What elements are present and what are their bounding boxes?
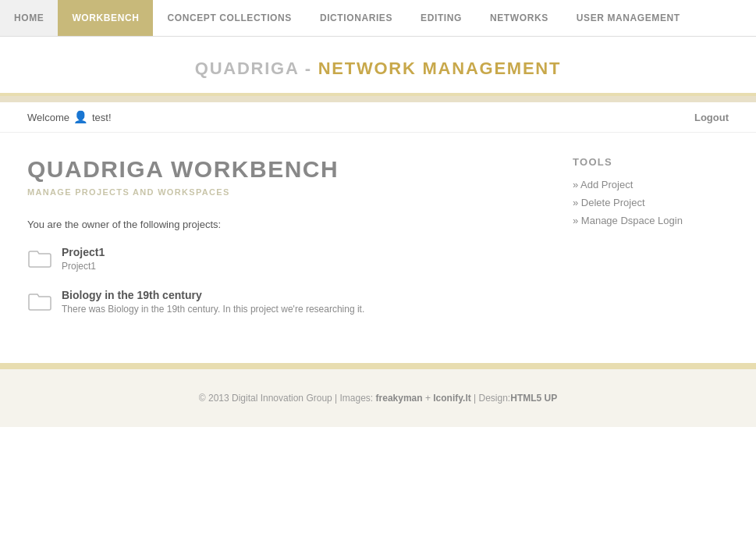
content-area: QUADRIGA WORKBENCH MANAGE PROJECTS AND W… — [0, 133, 756, 363]
brand-text: QUADRIGA — [195, 59, 299, 78]
welcome-prefix: Welcome — [27, 112, 69, 123]
welcome-bar: Welcome 👤 test! Logout — [0, 102, 756, 133]
user-icon: 👤 — [73, 110, 88, 124]
page-header: QUADRIGA - NETWORK MANAGEMENT — [0, 37, 756, 96]
footer-copyright: © 2013 Digital Innovation Group | Images… — [199, 393, 373, 404]
project-name: Biology in the 19th century — [62, 289, 364, 301]
nav-item-workbench[interactable]: WORKBENCH — [58, 0, 153, 36]
page-title: QUADRIGA WORKBENCH — [27, 156, 541, 183]
footer-accent-band — [0, 363, 756, 369]
owner-text: You are the owner of the following proje… — [27, 219, 541, 230]
project-info: Project1 Project1 — [62, 246, 105, 272]
delete-project-link[interactable]: » Delete Project — [573, 197, 729, 208]
tools-title: TOOLS — [573, 156, 729, 168]
header-accent-band — [0, 96, 756, 102]
nav-item-editing[interactable]: EDITING — [406, 0, 476, 36]
footer-html5up-link[interactable]: HTML5 UP — [510, 393, 557, 404]
page-subtitle: MANAGE PROJECTS AND WORKSPACES — [27, 187, 541, 197]
welcome-left: Welcome 👤 test! — [27, 110, 112, 124]
header-subtitle: NETWORK MANAGEMENT — [318, 59, 562, 78]
project-name: Project1 — [62, 246, 105, 258]
project-description: There was Biology in the 19th century. I… — [62, 304, 364, 315]
welcome-username: test! — [92, 112, 112, 123]
folder-icon — [27, 247, 52, 269]
site-title: QUADRIGA - NETWORK MANAGEMENT — [0, 59, 756, 79]
project-info: Biology in the 19th century There was Bi… — [62, 289, 364, 315]
page-footer: © 2013 Digital Innovation Group | Images… — [0, 369, 756, 427]
footer-iconify-link[interactable]: Iconify.lt — [433, 393, 470, 404]
logout-button[interactable]: Logout — [694, 112, 729, 123]
nav-item-dictionaries[interactable]: DICTIONARIES — [306, 0, 406, 36]
main-nav: HOME WORKBENCH CONCEPT COLLECTIONS DICTI… — [0, 0, 756, 37]
nav-item-concept-collections[interactable]: CONCEPT COLLECTIONS — [153, 0, 305, 36]
nav-item-home[interactable]: HOME — [0, 0, 58, 36]
add-project-link[interactable]: » Add Project — [573, 179, 729, 190]
nav-item-user-management[interactable]: USER MANAGEMENT — [563, 0, 694, 36]
footer-freakyman-link[interactable]: freakyman — [376, 393, 423, 404]
project-description: Project1 — [62, 261, 105, 272]
nav-item-networks[interactable]: NETWORKS — [476, 0, 563, 36]
manage-dspace-link[interactable]: » Manage Dspace Login — [573, 215, 729, 226]
main-content: QUADRIGA WORKBENCH MANAGE PROJECTS AND W… — [27, 156, 541, 332]
tools-sidebar: TOOLS » Add Project » Delete Project » M… — [573, 156, 729, 332]
folder-icon — [27, 290, 52, 312]
project-item: Biology in the 19th century There was Bi… — [27, 289, 541, 315]
project-item: Project1 Project1 — [27, 246, 541, 272]
